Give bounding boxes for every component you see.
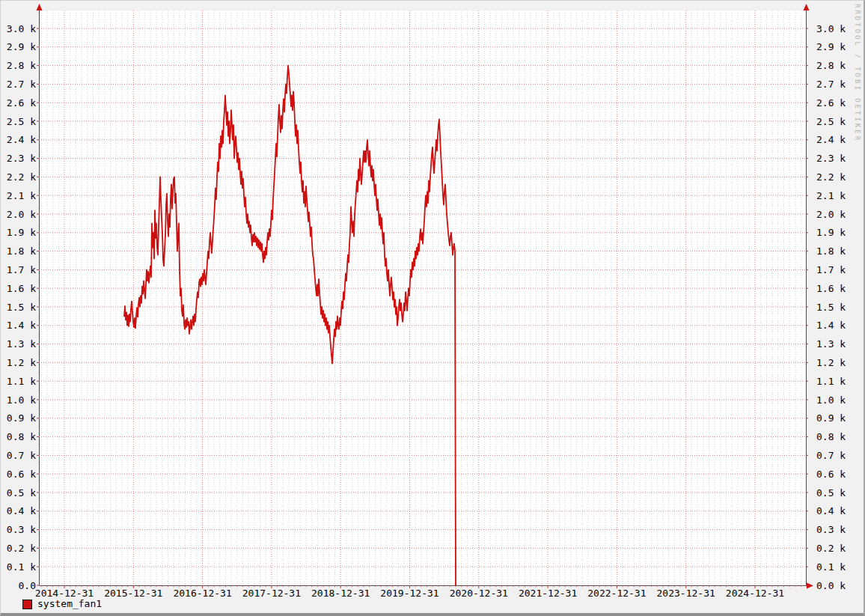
y-tick-label-left: 0.6 k	[7, 469, 36, 480]
y-tick-label-left: 1.0 k	[7, 394, 36, 406]
y-tick-label-left: 2.4 k	[7, 134, 36, 145]
y-axis-arrow-right	[804, 4, 810, 10]
y-tick-label-right: 0.2 k	[816, 543, 846, 554]
y-tick-label-right: 0.7 k	[816, 450, 846, 461]
y-tick-label-right: 2.6 k	[816, 97, 846, 109]
x-tick-label: 2014-12-31	[35, 588, 94, 599]
x-axis-arrow	[807, 583, 813, 589]
y-tick-label-left: 1.5 k	[7, 302, 36, 313]
y-tick-label-right: 1.9 k	[816, 227, 846, 238]
y-tick-label-left: 0.8 k	[7, 431, 36, 442]
y-tick-label-left: 1.6 k	[7, 283, 36, 294]
y-tick-label-left: 0.5 k	[7, 487, 36, 498]
legend-label: system_fan1	[37, 599, 102, 609]
y-tick-label-left: 0.7 k	[7, 450, 36, 461]
y-tick-label-right: 1.6 k	[816, 283, 846, 294]
y-tick-label-left: 1.9 k	[7, 227, 36, 238]
y-tick-label-right: 2.9 k	[816, 41, 846, 52]
y-tick-label-left: 0.4 k	[7, 505, 36, 516]
legend: system_fan1	[22, 599, 102, 609]
y-tick-label-right: 2.7 k	[816, 79, 846, 90]
y-tick-label-left: 2.0 k	[7, 209, 36, 220]
y-tick-label-right: 1.5 k	[816, 302, 846, 313]
y-tick-label-left: 1.8 k	[7, 246, 36, 257]
y-tick-label-right: 2.2 k	[816, 171, 846, 183]
y-tick-label-left: 0.3 k	[7, 524, 36, 535]
y-tick-label-left: 2.3 k	[7, 153, 36, 164]
y-tick-label-left: 0.0	[19, 580, 36, 591]
y-tick-label-right: 2.0 k	[816, 209, 846, 220]
y-tick-label-right: 1.7 k	[816, 264, 846, 275]
y-tick-label-left: 2.1 k	[7, 190, 36, 201]
rrdtool-watermark: RRDTOOL / TOBI OETIKER	[854, 4, 861, 142]
x-tick-label: 2021-12-31	[519, 588, 577, 599]
y-tick-label-right: 0.3 k	[816, 524, 846, 535]
legend-swatch-system-fan1	[22, 600, 32, 609]
chart-canvas: 3.0 k3.0 k2.9 k2.9 k2.8 k2.8 k2.7 k2.7 k…	[1, 1, 864, 613]
y-tick-label-right: 0.5 k	[816, 487, 846, 498]
y-tick-label-left: 3.0 k	[7, 23, 36, 34]
y-tick-label-left: 2.9 k	[7, 41, 36, 52]
y-tick-label-left: 2.2 k	[7, 171, 36, 183]
y-tick-label-left: 0.2 k	[7, 543, 36, 554]
y-tick-label-right: 2.4 k	[816, 134, 846, 145]
y-tick-label-left: 1.3 k	[7, 338, 36, 350]
y-tick-label-right: 0.1 k	[816, 561, 846, 573]
y-tick-label-left: 1.4 k	[7, 320, 36, 331]
y-tick-label-left: 0.9 k	[7, 412, 36, 424]
y-tick-label-left: 2.7 k	[7, 79, 36, 90]
y-tick-label-left: 1.1 k	[7, 376, 36, 387]
rrdtool-fan-graph: 3.0 k3.0 k2.9 k2.9 k2.8 k2.8 k2.7 k2.7 k…	[0, 0, 865, 616]
y-tick-label-right: 0.4 k	[816, 505, 846, 516]
y-tick-label-right: 2.5 k	[816, 116, 846, 127]
x-tick-label: 2024-12-31	[726, 588, 784, 599]
y-tick-label-right: 1.4 k	[816, 320, 846, 331]
x-tick-label: 2019-12-31	[380, 588, 438, 599]
y-tick-label-right: 1.3 k	[816, 338, 846, 350]
y-tick-label-left: 2.8 k	[7, 60, 36, 71]
y-tick-label-right: 3.0 k	[816, 23, 846, 34]
x-tick-label: 2022-12-31	[587, 588, 646, 599]
y-tick-label-right: 2.1 k	[816, 190, 846, 201]
y-tick-label-right: 2.8 k	[816, 60, 846, 71]
x-tick-label: 2020-12-31	[450, 588, 508, 599]
y-axis-arrow-left	[37, 4, 43, 10]
y-tick-label-left: 0.1 k	[7, 561, 36, 573]
x-tick-label: 2018-12-31	[311, 588, 370, 599]
y-tick-label-right: 1.1 k	[816, 376, 846, 387]
y-tick-label-left: 1.7 k	[7, 264, 36, 275]
x-tick-label: 2017-12-31	[242, 588, 301, 599]
y-tick-label-right: 0.8 k	[816, 431, 846, 442]
x-tick-label: 2016-12-31	[173, 588, 231, 599]
y-tick-label-right: 0.0 k	[816, 580, 846, 591]
y-tick-label-right: 0.6 k	[816, 469, 846, 480]
x-tick-label: 2023-12-31	[657, 588, 715, 599]
y-tick-label-right: 2.3 k	[816, 153, 846, 164]
y-tick-label-right: 1.2 k	[816, 357, 846, 368]
y-tick-label-right: 1.0 k	[816, 394, 846, 406]
y-tick-label-right: 0.9 k	[816, 412, 846, 424]
y-tick-label-right: 1.8 k	[816, 246, 846, 257]
y-tick-label-left: 1.2 k	[7, 357, 36, 368]
plot-area	[39, 10, 806, 585]
x-tick-label: 2015-12-31	[104, 588, 162, 599]
y-tick-label-left: 2.6 k	[7, 97, 36, 109]
y-tick-label-left: 2.5 k	[7, 116, 36, 127]
